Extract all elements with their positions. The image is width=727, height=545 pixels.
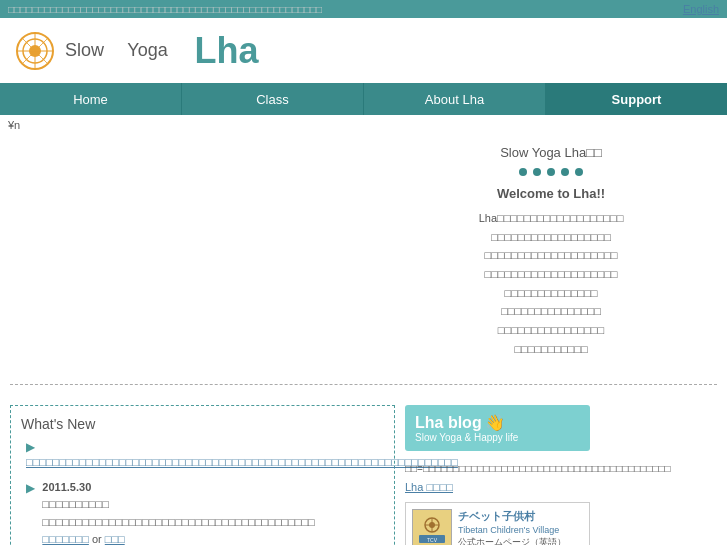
left-column	[0, 135, 375, 369]
svg-text:TCV: TCV	[427, 537, 438, 543]
top-bar: □□□□□□□□□□□□□□□□□□□□□□□□□□□□□□□□□□□□□□□□…	[0, 0, 727, 18]
blog-subtitle: Slow Yoga & Happy life	[415, 432, 580, 443]
welcome-body: Lha□□□□□□□□□□□□□□□□□□□ □□□□□□□□□□□□□□□□□…	[390, 209, 712, 359]
news-date-2: 2011.5.30	[42, 481, 314, 493]
body-line-1: □□□□□□□□□□□□□□□□□□	[491, 231, 611, 243]
main-content: Slow Yoga Lha□□ Welcome to Lha!! Lha□□□□…	[0, 135, 727, 369]
body-line-5: □□□□□□□□□□□□□□□	[501, 305, 601, 317]
news-link-2b[interactable]: □□□	[105, 533, 125, 545]
body-line-3: □□□□□□□□□□□□□□□□□□□□	[485, 268, 618, 280]
body-line-4: □□□□□□□□□□□□□□	[504, 287, 597, 299]
whats-new-section: What's New ▶ □□□□□□□□□□□□□□□□□□□□□□□□□□□…	[10, 405, 395, 546]
navigation: Home Class About Lha Support	[0, 83, 727, 115]
dot-3	[547, 168, 555, 176]
blog-title: Lha blog	[415, 414, 482, 431]
marquee-text: □□□□□□□□□□□□□□□□□□□□□□□□□□□□□□□□□□□□□□□□…	[8, 4, 683, 15]
tibet-title: チベット子供村	[458, 509, 566, 524]
tibet-subtitle: Tibetan Children's Village	[458, 524, 566, 537]
nav-home[interactable]: Home	[0, 83, 182, 115]
dot-5	[575, 168, 583, 176]
right-title: Slow Yoga Lha□□	[390, 145, 712, 160]
logo-space1	[114, 44, 117, 58]
blog-title-row: Lha blog 👋	[415, 413, 580, 432]
logo-icon	[15, 31, 55, 71]
dot-2	[533, 168, 541, 176]
breadcrumb: ¥n	[0, 115, 727, 135]
logo-area: Slow Yoga Lha	[0, 18, 727, 83]
section-divider	[10, 384, 717, 385]
news-body-2: □□□□□□□□□□□□□□□□□□□□□□□□□□□□□□□□□□□□□□□□…	[42, 514, 314, 545]
welcome-title: Welcome to Lha!!	[390, 186, 712, 201]
english-link[interactable]: English	[683, 3, 719, 15]
tibet-logo-svg: TCV	[414, 511, 450, 545]
logo-slow: Slow	[65, 40, 104, 61]
body-line-6: □□□□□□□□□□□□□□□□	[498, 324, 604, 336]
nav-support[interactable]: Support	[546, 83, 727, 115]
tibet-box[interactable]: TCV チベット子供村 Tibetan Children's Village 公…	[405, 502, 590, 546]
news-or: or	[92, 533, 105, 545]
news-item-1: ▶ □□□□□□□□□□□□□□□□□□□□□□□□□□□□□□□□□□□□□□…	[21, 440, 384, 472]
body-line-2: □□□□□□□□□□□□□□□□□□□□	[485, 249, 618, 261]
blog-description: □□=□□□□□□□□□□□□□□□□□□□□□□□□□□□□□□□□□□□□□…	[405, 461, 590, 476]
right-sidebar: Lha blog 👋 Slow Yoga & Happy life □□=□□□…	[405, 405, 590, 546]
body-line-0: Lha□□□□□□□□□□□□□□□□□□□	[479, 212, 624, 224]
body-line-7: □□□□□□□□□□□	[514, 343, 587, 355]
news-title-2: □□□□□□□□□□	[42, 496, 314, 514]
blog-hand-icon: 👋	[485, 414, 505, 431]
blog-link[interactable]: Lha □□□□	[405, 481, 453, 493]
whats-new-title: What's New	[21, 416, 384, 432]
dot-1	[519, 168, 527, 176]
logo-yoga: Yoga	[127, 40, 167, 61]
news-link-1[interactable]: □□□□□□□□□□□□□□□□□□□□□□□□□□□□□□□□□□□□□□□□…	[26, 456, 458, 468]
arrow-icon-1: ▶	[26, 440, 35, 454]
tibet-icon: TCV	[412, 509, 452, 545]
tibet-text: チベット子供村 Tibetan Children's Village 公式ホーム…	[458, 509, 566, 546]
nav-about[interactable]: About Lha	[364, 83, 546, 115]
news-item-2: ▶ 2011.5.30 □□□□□□□□□□ □□□□□□□□□□□□□□□□□…	[21, 481, 384, 545]
dot-4	[561, 168, 569, 176]
nav-class[interactable]: Class	[182, 83, 364, 115]
bottom-section: What's New ▶ □□□□□□□□□□□□□□□□□□□□□□□□□□□…	[0, 400, 727, 546]
dot-indicators	[390, 168, 712, 176]
news-link-2a[interactable]: □□□□□□□	[42, 533, 89, 545]
logo-space2	[178, 44, 185, 58]
arrow-icon-2: ▶	[26, 481, 35, 495]
blog-box: Lha blog 👋 Slow Yoga & Happy life	[405, 405, 590, 451]
logo-lha: Lha	[194, 30, 258, 72]
tibet-sub2: 公式ホームページ（英語）	[458, 536, 566, 545]
right-column: Slow Yoga Lha□□ Welcome to Lha!! Lha□□□□…	[375, 135, 727, 369]
news-text-2: □□□□□□□□□□□□□□□□□□□□□□□□□□□□□□□□□□□□□□□□…	[42, 516, 314, 528]
